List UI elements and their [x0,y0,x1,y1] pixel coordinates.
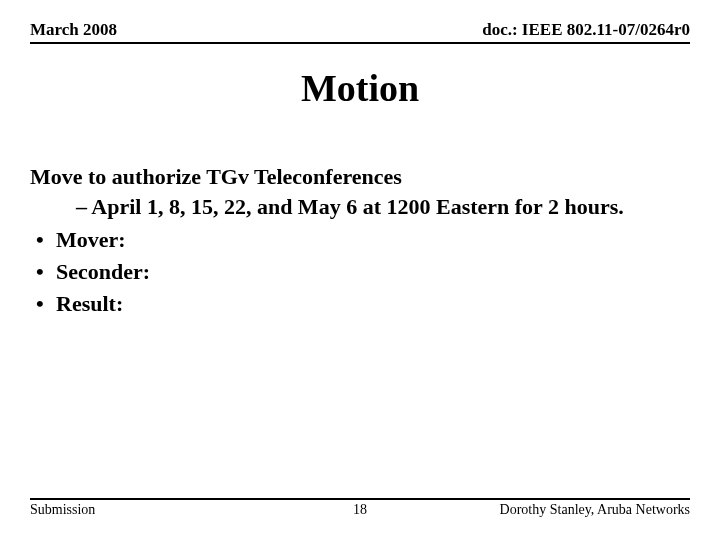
bullet-mover: Mover: [30,225,690,255]
slide-footer: Submission 18 Dorothy Stanley, Aruba Net… [30,498,690,518]
slide-body: Move to authorize TGv Teleconferences – … [30,162,690,318]
header-date: March 2008 [30,20,117,40]
motion-bullets: Mover: Seconder: Result: [30,225,690,318]
bullet-result: Result: [30,289,690,319]
slide-header: March 2008 doc.: IEEE 802.11-07/0264r0 [30,20,690,44]
footer-author: Dorothy Stanley, Aruba Networks [470,502,690,518]
motion-schedule: – April 1, 8, 15, 22, and May 6 at 1200 … [30,192,690,222]
footer-page: 18 [250,502,470,518]
slide-title: Motion [30,66,690,110]
motion-lead: Move to authorize TGv Teleconferences [30,162,690,192]
header-doc-ref: doc.: IEEE 802.11-07/0264r0 [482,20,690,40]
footer-left: Submission [30,502,250,518]
bullet-seconder: Seconder: [30,257,690,287]
